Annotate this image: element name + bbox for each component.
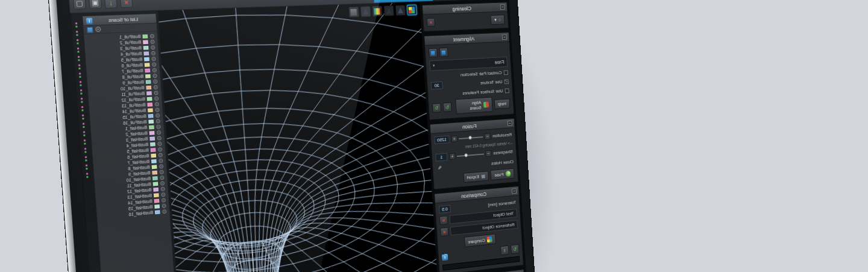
refresh-comparison-button[interactable]: ↻	[511, 244, 519, 254]
collapse-icon[interactable]: −	[500, 4, 505, 10]
visibility-eye-icon[interactable]	[157, 130, 161, 134]
select-all-icon[interactable]	[87, 27, 93, 33]
align-scans-button[interactable]: Align Scans	[455, 97, 492, 115]
visibility-eye-icon[interactable]	[156, 119, 160, 123]
collapse-icon[interactable]: −	[512, 188, 517, 194]
collapse-icon[interactable]: −	[502, 34, 507, 40]
surface-features-checkbox[interactable]	[505, 88, 509, 93]
resolution-input[interactable]: 1250	[434, 136, 449, 144]
use-texture-checkbox[interactable]	[505, 79, 509, 84]
visibility-eye-icon[interactable]	[155, 107, 159, 112]
collapse-icon[interactable]: −	[508, 121, 512, 126]
slider-plus-button[interactable]: +	[449, 153, 455, 160]
visibility-eye-icon[interactable]	[154, 96, 159, 100]
monitor-view-button[interactable]: ▢	[73, 0, 86, 10]
view-mode-colormap-button[interactable]	[372, 5, 383, 16]
visibility-eye-icon[interactable]	[162, 209, 166, 213]
align-scans-icon	[483, 102, 489, 108]
visibility-eye-icon[interactable]	[157, 136, 162, 140]
resolution-slider[interactable]: − +	[451, 133, 491, 142]
slider-track[interactable]	[457, 153, 484, 157]
slider-plus-button[interactable]: +	[451, 136, 458, 142]
visibility-eye-icon[interactable]	[154, 85, 158, 89]
swap-objects-button[interactable]: ↕	[500, 245, 509, 256]
slider-thumb[interactable]	[468, 135, 473, 139]
compare-button[interactable]: Compare	[464, 233, 497, 247]
contact-pair-checkbox[interactable]	[504, 70, 508, 75]
view-mode-shaded-button[interactable]	[395, 5, 406, 16]
selection-tool-button[interactable]: ◌ ▾	[491, 14, 505, 25]
slider-minus-button[interactable]: −	[485, 150, 491, 157]
visibility-eye-icon[interactable]	[155, 102, 159, 106]
visibility-eye-icon[interactable]	[151, 51, 156, 55]
view-mode-wireframe-button[interactable]	[383, 5, 394, 16]
tolerance-input[interactable]: 0.5	[439, 205, 451, 213]
align-option-b-button[interactable]	[429, 48, 438, 58]
visibility-eye-icon[interactable]	[161, 186, 165, 191]
page: { "window": { "title": "HP 3D Scan Pro 5…	[0, 0, 868, 272]
visibility-eye-icon[interactable]	[159, 158, 163, 162]
sharpness-input[interactable]: 1	[435, 153, 447, 162]
visibility-eye-icon[interactable]	[150, 39, 154, 43]
visibility-eye-icon[interactable]	[153, 79, 157, 83]
texture-quality-input[interactable]: 30	[430, 81, 442, 90]
camera-view-button[interactable]: ▣	[89, 0, 102, 9]
visibility-eye-icon[interactable]	[162, 198, 166, 202]
slider-track[interactable]	[459, 136, 483, 139]
chevron-down-icon: ▾	[494, 17, 497, 23]
visibility-eye-icon[interactable]	[162, 203, 166, 207]
slider-minus-button[interactable]: −	[485, 133, 491, 140]
clear-test-object-button[interactable]: ×	[439, 215, 448, 225]
close-icon: ×	[124, 0, 129, 5]
info-icon[interactable]: i	[86, 17, 93, 24]
brush-icon[interactable]: ✎	[436, 164, 443, 172]
visibility-eye-icon[interactable]	[159, 164, 163, 168]
visibility-eye-icon[interactable]	[153, 68, 157, 72]
slider-thumb[interactable]	[464, 153, 468, 157]
clear-reference-object-button[interactable]: ×	[440, 227, 448, 237]
visibility-eye-icon[interactable]	[161, 192, 165, 197]
align-mode-select[interactable]: Free ▾	[429, 57, 508, 71]
help-button[interactable]: Help	[494, 98, 510, 109]
scan-name: BustFull_2	[120, 40, 142, 45]
redo-align-button[interactable]: ↻	[432, 103, 441, 113]
visibility-eye-icon[interactable]	[160, 176, 164, 180]
scan-color-swatch	[147, 103, 153, 107]
view-mode-textured-button[interactable]	[407, 4, 417, 15]
delete-button[interactable]: ×	[120, 0, 133, 8]
visibility-eye-icon[interactable]	[159, 153, 163, 157]
dock-edge-dot	[80, 81, 82, 86]
align-option-a-button[interactable]	[439, 48, 448, 57]
sharpness-slider[interactable]: − +	[449, 150, 491, 160]
undo-align-button[interactable]: ↻	[442, 103, 451, 112]
scan-color-swatch	[155, 210, 160, 214]
scan-color-swatch	[144, 57, 149, 61]
info-icon[interactable]: i	[442, 253, 448, 261]
export-button[interactable]: ▦ Export	[463, 171, 489, 183]
import-button[interactable]: ↓	[104, 0, 118, 8]
sharpness-label: Sharpness	[493, 149, 513, 156]
view-mode-flat-button[interactable]	[348, 7, 359, 17]
visibility-eye-icon[interactable]	[156, 113, 160, 117]
visibility-eye-icon[interactable]	[153, 74, 157, 78]
visibility-eye-icon[interactable]	[157, 141, 162, 145]
delete-selection-button[interactable]: ×	[427, 18, 435, 27]
dock-edge-dot	[82, 115, 84, 120]
scan-color-swatch	[143, 45, 149, 49]
view-mode-points-button[interactable]	[360, 6, 371, 17]
scan-color-swatch	[153, 187, 159, 191]
visibility-eye-icon[interactable]	[156, 124, 160, 128]
visibility-eye-icon[interactable]	[160, 181, 165, 185]
toggle-all-eye-icon[interactable]	[95, 27, 101, 32]
visibility-eye-icon[interactable]	[160, 169, 164, 174]
scan-color-swatch	[154, 204, 160, 208]
visibility-eye-icon[interactable]	[151, 57, 156, 61]
dock-edge-dot	[83, 131, 86, 136]
fuse-button[interactable]: Fuse	[491, 168, 515, 180]
visibility-eye-icon[interactable]	[151, 45, 155, 49]
visibility-eye-icon[interactable]	[154, 90, 158, 95]
visibility-eye-icon[interactable]	[158, 147, 162, 151]
visibility-eye-icon[interactable]	[150, 34, 154, 38]
visibility-eye-icon[interactable]	[152, 62, 156, 66]
viewport-3d[interactable]	[158, 2, 445, 272]
